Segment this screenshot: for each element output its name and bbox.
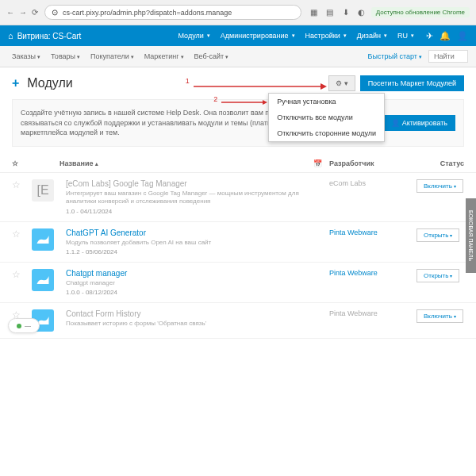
menu-settings[interactable]: Настройки xyxy=(301,30,351,41)
developer-link[interactable]: Pinta Webware xyxy=(329,228,378,236)
sub-marketing[interactable]: Маркетинг xyxy=(140,51,188,62)
addon-icon xyxy=(32,269,54,291)
addon-icon: [E xyxy=(32,179,54,202)
sub-orders[interactable]: Заказы xyxy=(8,51,44,62)
favorite-star[interactable]: ☆ xyxy=(12,269,21,280)
col-developer[interactable]: Разработчик xyxy=(329,159,416,167)
col-name[interactable]: Название ▴ xyxy=(60,159,313,167)
addon-description: Chatgpt manager xyxy=(66,279,307,287)
addon-row: ☆ [E [eCom Labs] Google Tag Manager Инте… xyxy=(0,173,476,222)
calendar-icon[interactable]: 📅 xyxy=(313,159,329,167)
url-text: cs-cart.pixy.pro/admin.php?dispatch=addo… xyxy=(63,9,294,17)
store-selector[interactable]: Витрина: CS-Cart xyxy=(8,31,81,40)
addon-action-button[interactable]: Включить xyxy=(416,309,463,323)
developer-link[interactable]: Pinta Webware xyxy=(329,309,378,317)
url-bar[interactable]: ⊙ cs-cart.pixy.pro/admin.php?dispatch=ad… xyxy=(44,5,301,20)
favorite-star[interactable]: ☆ xyxy=(12,228,21,240)
col-status[interactable]: Статус xyxy=(416,159,464,167)
addon-version: 1.0.0 - 08/12/2024 xyxy=(66,289,307,296)
top-icons: ✈ 🔔 👤 xyxy=(426,31,468,41)
addon-description: Модуль позволяет добавить Open AI на ваш… xyxy=(66,239,307,247)
ext-icon[interactable]: ▦ xyxy=(308,6,321,19)
addon-action-button[interactable]: Включить xyxy=(416,179,463,193)
lock-icon: ⊙ xyxy=(52,8,58,17)
dropdown-disable-all[interactable]: Отключить все модули xyxy=(269,109,384,125)
side-panel-tab[interactable]: БОКОВАЯ ПАНЕЛЬ xyxy=(466,198,476,273)
addon-description: Интегрирует ваш магазин с Google Tag Man… xyxy=(66,190,307,206)
addon-row: ☆ Contact Form History Показывает истори… xyxy=(0,303,476,339)
developer-link[interactable]: Pinta Webware xyxy=(329,269,378,277)
sub-products[interactable]: Товары xyxy=(47,51,84,62)
addon-name-link[interactable]: ChatGPT AI Generator xyxy=(66,228,307,237)
addon-description: Показывает историю с формы 'Обратная свя… xyxy=(66,320,307,328)
svg-marker-1 xyxy=(321,83,327,90)
addon-name-link[interactable]: Contact Form History xyxy=(66,309,307,318)
gear-dropdown: 2 Ручная установка Отключить все модули … xyxy=(268,93,385,142)
sub-nav: Заказы Товары Покупатели Маркетинг Веб-с… xyxy=(0,46,476,67)
nav-arrows: ← → ⟳ xyxy=(6,8,38,17)
ext-icon[interactable]: ◐ xyxy=(355,6,368,19)
info-panel: Создайте учётную запись в нашей системе … xyxy=(12,99,464,147)
star-icon[interactable]: ☆ xyxy=(12,159,18,167)
sub-customers[interactable]: Покупатели xyxy=(86,51,138,62)
sub-website[interactable]: Веб-сайт xyxy=(190,51,233,62)
addon-icon xyxy=(32,228,54,251)
gear-dropdown-button[interactable]: ⚙▾ xyxy=(328,75,355,91)
ext-icon[interactable]: ▤ xyxy=(324,6,336,19)
activate-button[interactable]: Активировать xyxy=(383,115,455,131)
reload-icon[interactable]: ⟳ xyxy=(32,8,38,17)
add-button[interactable]: + xyxy=(12,76,19,90)
addon-version: 1.0 - 04/11/2024 xyxy=(66,208,307,215)
addon-name-link[interactable]: Chatgpt manager xyxy=(66,269,307,278)
top-menu: Модули Администрирование Настройки Дизай… xyxy=(175,30,418,41)
developer-link[interactable]: eCom Labs xyxy=(329,179,366,187)
addon-action-button[interactable]: Открыть xyxy=(416,228,459,242)
gear-icon: ⚙ xyxy=(336,79,342,87)
menu-admin[interactable]: Администрирование xyxy=(217,30,299,41)
favorite-star[interactable]: ☆ xyxy=(12,179,21,190)
dropdown-disable-third[interactable]: Отключить сторонние модули xyxy=(269,125,384,141)
addon-version: 1.1.2 - 05/06/2024 xyxy=(66,248,307,255)
bell-icon[interactable]: 🔔 xyxy=(440,31,451,41)
addon-action-button[interactable]: Открыть xyxy=(416,269,459,282)
page-title: Модули xyxy=(27,76,72,90)
browser-extensions: ▦ ▤ ⬇ ◐ Доступно обновление Chrome xyxy=(308,6,470,19)
dropdown-manual-install[interactable]: Ручная установка xyxy=(269,94,384,109)
addon-name-link[interactable]: [eCom Labs] Google Tag Manager xyxy=(66,179,307,188)
browser-bar: ← → ⟳ ⊙ cs-cart.pixy.pro/admin.php?dispa… xyxy=(0,0,476,25)
chrome-update-badge[interactable]: Доступно обновление Chrome xyxy=(371,7,470,17)
addon-row: ☆ Chatgpt manager Chatgpt manager 1.0.0 … xyxy=(0,263,476,303)
menu-lang[interactable]: RU xyxy=(393,30,418,41)
page-header: + Модули 1 ⚙▾ Посетить Маркет Модулей 2 … xyxy=(0,67,476,99)
forward-icon[interactable]: → xyxy=(19,8,27,17)
back-icon[interactable]: ← xyxy=(6,8,14,17)
plane-icon[interactable]: ✈ xyxy=(426,31,433,41)
quick-start[interactable]: Быстрый старт xyxy=(368,52,422,60)
visit-market-button[interactable]: Посетить Маркет Модулей xyxy=(360,75,464,91)
user-icon[interactable]: 👤 xyxy=(457,31,468,41)
ext-icon[interactable]: ⬇ xyxy=(340,6,352,19)
search-input[interactable] xyxy=(428,50,468,63)
menu-design[interactable]: Дизайн xyxy=(353,30,391,41)
menu-modules[interactable]: Модули xyxy=(175,30,214,41)
chat-widget[interactable]: — xyxy=(8,318,40,333)
admin-top-bar: Витрина: CS-Cart Модули Администрировани… xyxy=(0,25,476,46)
addon-row: ☆ ChatGPT AI Generator Модуль позволяет … xyxy=(0,222,476,263)
table-header: ☆ Название ▴ 📅 Разработчик Статус xyxy=(0,155,476,173)
